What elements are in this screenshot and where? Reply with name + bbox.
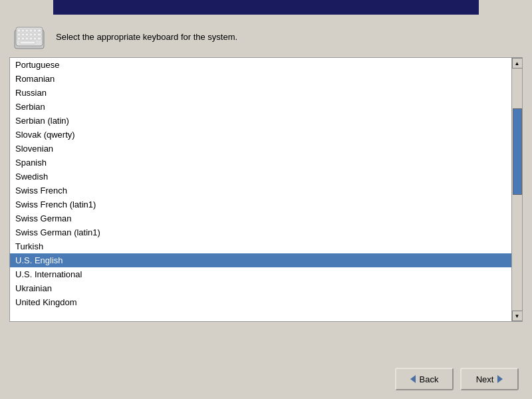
list-item[interactable]: U.S. International <box>10 267 511 281</box>
header-section: Select the appropriate keyboard for the … <box>0 15 532 57</box>
keyboard-list-container: PortugueseRomanianRussianSerbianSerbian … <box>9 57 523 322</box>
list-item[interactable]: Slovak (qwerty) <box>10 128 511 142</box>
svg-rect-9 <box>21 33 25 36</box>
list-item[interactable]: United Kingdom <box>10 295 511 309</box>
svg-rect-19 <box>37 37 41 40</box>
footer: Back Next <box>0 359 532 399</box>
svg-rect-4 <box>25 29 29 32</box>
list-item[interactable]: Ukrainian <box>10 281 511 295</box>
list-item[interactable]: Spanish <box>10 156 511 170</box>
scrollbar-thumb[interactable] <box>513 108 522 195</box>
list-item[interactable]: Swedish <box>10 170 511 184</box>
list-item[interactable]: Slovenian <box>10 142 511 156</box>
list-item[interactable]: Turkish <box>10 239 511 253</box>
back-button[interactable]: Back <box>395 368 454 390</box>
list-item[interactable]: U.S. English <box>10 253 511 267</box>
svg-rect-7 <box>37 29 41 32</box>
list-item[interactable]: Serbian <box>10 100 511 114</box>
svg-rect-10 <box>25 33 29 36</box>
list-item[interactable]: Swiss French <box>10 184 511 198</box>
svg-rect-17 <box>29 37 33 40</box>
scrollbar-track[interactable] <box>512 68 522 311</box>
keyboard-icon <box>13 24 45 51</box>
list-item[interactable]: Portuguese <box>10 58 511 72</box>
svg-rect-12 <box>33 33 37 36</box>
next-arrow-icon <box>497 375 503 383</box>
list-item[interactable]: Romanian <box>10 72 511 86</box>
top-progress-bar <box>53 0 479 15</box>
list-item[interactable]: Swiss German <box>10 211 511 225</box>
svg-rect-5 <box>29 29 33 32</box>
svg-rect-8 <box>17 33 21 36</box>
svg-rect-16 <box>25 37 29 40</box>
next-label: Next <box>476 374 494 384</box>
keyboard-list[interactable]: PortugueseRomanianRussianSerbianSerbian … <box>10 58 511 321</box>
list-item[interactable]: Russian <box>10 86 511 100</box>
scroll-up-button[interactable]: ▲ <box>512 58 523 68</box>
svg-rect-18 <box>33 37 37 40</box>
scrollbar[interactable]: ▲ ▼ <box>511 58 522 321</box>
list-item[interactable]: Serbian (latin) <box>10 114 511 128</box>
back-arrow-icon <box>410 375 416 383</box>
next-button[interactable]: Next <box>460 368 519 390</box>
svg-rect-3 <box>21 29 25 32</box>
svg-rect-13 <box>37 33 41 36</box>
list-item[interactable]: Swiss French (latin1) <box>10 198 511 211</box>
instruction-text: Select the appropriate keyboard for the … <box>56 31 237 43</box>
svg-rect-15 <box>21 37 25 40</box>
svg-rect-20 <box>20 41 35 44</box>
svg-rect-2 <box>17 29 21 32</box>
back-label: Back <box>420 374 439 384</box>
svg-rect-6 <box>33 29 37 32</box>
svg-rect-11 <box>29 33 33 36</box>
scroll-down-button[interactable]: ▼ <box>512 311 523 321</box>
svg-rect-14 <box>17 37 21 40</box>
list-item[interactable]: Swiss German (latin1) <box>10 225 511 239</box>
